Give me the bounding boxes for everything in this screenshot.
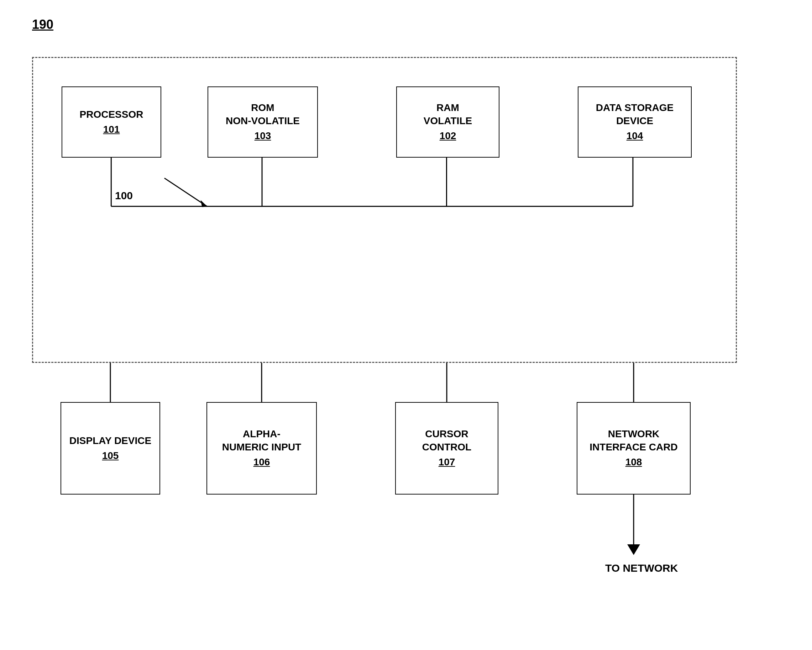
alphanumeric-ref: 106 — [253, 456, 270, 469]
bus-ref-label: 100 — [115, 190, 133, 202]
processor-label: PROCESSOR — [80, 108, 143, 121]
data-storage-ref: 104 — [627, 129, 643, 142]
main-system-container: PROCESSOR 101 ROMNON-VOLATILE 103 RAMVOL… — [32, 57, 737, 363]
display-label: DISPLAY DEVICE — [69, 434, 151, 447]
ram-box: RAMVOLATILE 102 — [396, 87, 499, 158]
svg-marker-6 — [201, 200, 207, 207]
svg-marker-12 — [627, 544, 640, 555]
svg-line-5 — [165, 178, 207, 206]
nic-label: NETWORKINTERFACE CARD — [589, 428, 678, 454]
to-network-label: TO NETWORK — [605, 562, 678, 574]
display-device-box: DISPLAY DEVICE 105 — [61, 402, 160, 495]
rom-ref: 103 — [255, 129, 271, 142]
processor-ref: 101 — [103, 123, 120, 136]
processor-box: PROCESSOR 101 — [62, 87, 161, 158]
display-ref: 105 — [102, 449, 119, 462]
data-storage-box: DATA STORAGEDEVICE 104 — [578, 87, 692, 158]
nic-ref: 108 — [626, 456, 642, 469]
rom-box: ROMNON-VOLATILE 103 — [208, 87, 318, 158]
cursor-ref: 107 — [438, 456, 455, 469]
alphanumeric-box: ALPHA-NUMERIC INPUT 106 — [206, 402, 317, 495]
data-storage-label: DATA STORAGEDEVICE — [596, 101, 673, 127]
ram-ref: 102 — [440, 129, 456, 142]
cursor-label: CURSORCONTROL — [422, 428, 471, 454]
nic-box: NETWORKINTERFACE CARD 108 — [577, 402, 691, 495]
figure-number: 190 — [32, 17, 53, 32]
cursor-control-box: CURSORCONTROL 107 — [395, 402, 498, 495]
rom-label: ROMNON-VOLATILE — [226, 101, 300, 127]
alphanumeric-label: ALPHA-NUMERIC INPUT — [222, 428, 301, 454]
ram-label: RAMVOLATILE — [424, 101, 472, 127]
